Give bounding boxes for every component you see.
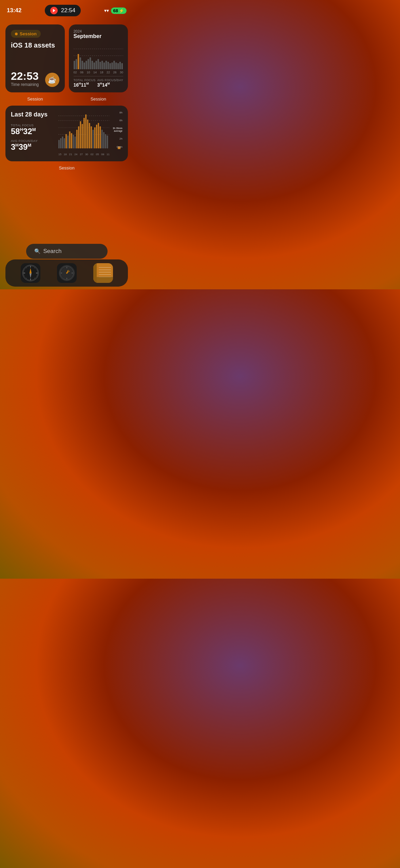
svg-rect-48: [89, 123, 90, 148]
large-widget-right: 8h 6h 3h 39minaverage 2h 0min: [58, 111, 122, 156]
chart-x-labels: 02 06 10 14 18 22 26 30: [74, 71, 123, 74]
dock-app-clock[interactable]: [57, 263, 77, 283]
widget-row-top: Session iOS 18 assets 22:53 Time remaini…: [5, 24, 128, 102]
battery-percent: 68: [113, 8, 118, 13]
session-title: iOS 18 assets: [11, 41, 59, 49]
svg-rect-44: [82, 124, 83, 148]
svg-rect-38: [71, 133, 72, 148]
coffee-icon: ☕: [45, 73, 59, 87]
search-icon: 🔍: [34, 248, 41, 254]
session-small-widget[interactable]: Session iOS 18 assets 22:53 Time remaini…: [5, 24, 65, 92]
session-time-block: 22:53 Time remaining: [11, 71, 39, 87]
svg-rect-23: [115, 62, 117, 69]
clock-svg: [59, 266, 74, 281]
svg-rect-20: [109, 63, 111, 69]
svg-rect-31: [58, 140, 60, 148]
svg-rect-10: [89, 57, 91, 69]
svg-rect-53: [98, 123, 99, 148]
notebook-bottom: [97, 277, 113, 283]
svg-rect-16: [101, 61, 103, 69]
svg-rect-6: [81, 61, 83, 69]
search-bar[interactable]: 🔍 Search: [26, 244, 108, 259]
session-large-widget[interactable]: Last 28 days TOTAL FOCUS 58H32M AVG FOCU…: [5, 106, 128, 161]
svg-rect-18: [105, 61, 107, 69]
notebook-spine: [93, 263, 97, 283]
x-label-30: 30: [120, 71, 123, 74]
widget-area: Session iOS 18 assets 22:53 Time remaini…: [0, 19, 133, 170]
large-chart: [58, 111, 110, 148]
svg-rect-32: [60, 138, 61, 148]
status-right: ▾▾ 68 ⚡: [104, 7, 127, 14]
large-avg-block: AVG FOCUS/DAY 3H39M: [11, 139, 55, 151]
notebook-line-1: [99, 267, 111, 268]
stats-month: September: [74, 33, 123, 39]
svg-rect-54: [100, 126, 101, 148]
y-label-0min: 0min: [111, 145, 122, 148]
stats-row: TOTAL FOCUS 16H11M AVG FOCUS/DAY 3H14M: [74, 78, 123, 88]
svg-rect-55: [101, 130, 103, 148]
svg-rect-2: [74, 61, 75, 69]
now-playing-pill[interactable]: 22:54: [45, 5, 81, 16]
x-large-11: 11: [107, 153, 110, 156]
large-avg-value: 3H39M: [11, 143, 55, 151]
large-title: Last 28 days: [11, 111, 55, 118]
avg-focus-label: AVG FOCUS/DAY: [97, 78, 123, 82]
svg-rect-9: [88, 59, 89, 69]
svg-rect-25: [119, 62, 120, 69]
svg-rect-22: [113, 61, 115, 69]
session-badge: Session: [11, 30, 41, 38]
search-label: Search: [43, 248, 62, 255]
session-stats-widget[interactable]: 2024 September: [69, 24, 128, 92]
play-button[interactable]: [50, 7, 58, 14]
x-label-02: 02: [74, 71, 77, 74]
dock: [5, 259, 128, 287]
svg-rect-24: [117, 63, 118, 69]
svg-rect-13: [95, 61, 97, 69]
svg-rect-36: [67, 135, 69, 148]
svg-rect-3: [75, 59, 77, 69]
large-avg-label: AVG FOCUS/DAY: [11, 139, 55, 143]
svg-rect-12: [93, 62, 95, 69]
svg-rect-34: [64, 138, 65, 148]
svg-rect-41: [76, 130, 78, 148]
svg-rect-47: [87, 120, 89, 148]
svg-marker-69: [30, 273, 32, 278]
chart-divider: [74, 76, 123, 76]
svg-rect-39: [73, 135, 74, 148]
status-bar: 13:42 22:54 ▾▾ 68 ⚡: [0, 0, 133, 19]
avg-focus-stat: AVG FOCUS/DAY 3H14M: [97, 78, 123, 88]
battery-charging-icon: ⚡: [119, 8, 124, 13]
play-icon: [53, 9, 55, 12]
session-time: 22:53: [11, 71, 39, 82]
x-label-26: 26: [113, 71, 116, 74]
svg-rect-5: [79, 57, 81, 69]
status-time: 13:42: [7, 7, 21, 14]
large-widget-left: Last 28 days TOTAL FOCUS 58H32M AVG FOCU…: [11, 111, 55, 156]
svg-rect-21: [111, 62, 113, 69]
x-label-14: 14: [93, 71, 97, 74]
x-label-18: 18: [100, 71, 103, 74]
search-bar-container: 🔍 Search: [26, 244, 108, 259]
dock-app-compass[interactable]: [21, 263, 40, 283]
session-stats-label: Session: [69, 96, 128, 102]
y-label-6h: 6h: [111, 119, 122, 122]
svg-marker-68: [30, 268, 32, 274]
widget-session-small-container: Session iOS 18 assets 22:53 Time remaini…: [5, 24, 65, 102]
battery-badge: 68 ⚡: [111, 7, 127, 14]
widget-large-container: Last 28 days TOTAL FOCUS 58H32M AVG FOCU…: [5, 106, 128, 170]
svg-rect-46: [85, 114, 87, 148]
compass-ring: [22, 265, 39, 281]
wifi-icon: ▾▾: [104, 8, 109, 13]
session-small-label: Session: [5, 96, 65, 102]
session-badge-label: Session: [20, 31, 37, 36]
session-large-label: Session: [5, 165, 128, 170]
large-total-block: TOTAL FOCUS 58H32M: [11, 124, 55, 136]
session-remaining: Time remaining: [11, 82, 39, 87]
x-large-21: 21: [69, 153, 72, 156]
svg-rect-50: [92, 130, 94, 148]
large-total-value: 58H32M: [11, 127, 55, 136]
session-bottom: 22:53 Time remaining ☕: [11, 71, 59, 87]
dock-app-notebook[interactable]: [93, 263, 113, 283]
svg-rect-42: [78, 126, 79, 148]
svg-rect-11: [91, 61, 93, 69]
